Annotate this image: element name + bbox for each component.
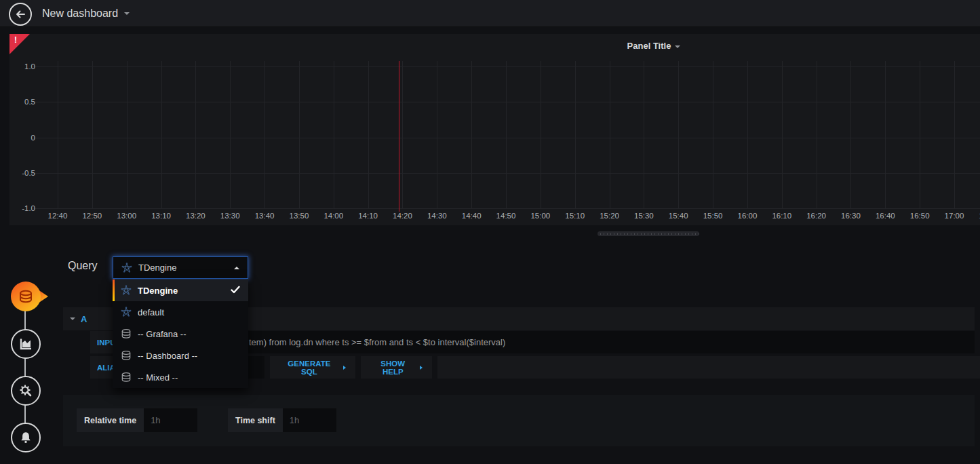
gridline [334,61,334,208]
gridline [541,61,541,208]
x-axis-tick: 15:40 [663,212,693,220]
tdengine-icon [121,285,132,296]
gridline [92,61,93,208]
relative-time-input[interactable] [144,408,197,432]
gridline [644,61,644,208]
menu-item-dashboard[interactable]: -- Dashboard -- [113,345,248,366]
menu-item-label: -- Dashboard -- [138,351,197,361]
x-axis-tick: 14:20 [387,212,417,220]
form-filler [437,356,980,379]
x-axis-tick: 17:10 [974,212,980,220]
gridline [299,61,300,208]
tab-queries[interactable] [11,282,58,314]
gear-wrench-icon [18,383,34,399]
menu-item-label: -- Grafana -- [138,329,187,339]
chevron-down-icon [70,317,75,320]
chevron-up-icon [234,267,239,269]
gridline [195,61,196,208]
x-axis-tick: 12:40 [43,212,73,220]
menu-item-mixed[interactable]: -- Mixed -- [113,366,248,388]
gridline [954,61,955,208]
tab-general[interactable] [11,376,41,406]
y-axis-tick: 1.0 [11,62,35,71]
relative-time-group: Relative time [77,408,197,432]
tabs-connector-line [24,296,26,438]
y-axis-tick: -1.0 [11,204,35,212]
x-axis-tick: 16:00 [732,212,762,220]
x-axis-tick: 13:00 [112,212,142,220]
annotation-line [399,61,399,212]
generate-sql-label: GENERATE SQL [279,360,338,376]
grafana-edit-screen: New dashboard ! Panel Title 1.00.50-0.5-… [0,0,980,464]
x-axis-tick: 13:10 [146,212,176,220]
triangle-right-icon [420,366,423,370]
tab-visualization[interactable] [11,329,41,359]
gridline [885,61,886,208]
dashboard-title[interactable]: New dashboard [42,7,130,20]
bell-icon [18,430,33,445]
x-axis-tick: 13:20 [180,212,210,220]
datasource-select[interactable]: TDengine [113,256,248,279]
x-axis-tick: 15:10 [560,212,590,220]
gridline [850,61,851,208]
y-axis-tick: 0.5 [11,98,35,106]
gridline [437,61,437,208]
time-options-card: Relative time Time shift [63,395,975,446]
panel-resize-handle[interactable] [597,231,699,236]
x-axis-tick: 16:10 [767,212,797,220]
menu-item-label: default [138,307,164,317]
query-ref-id: A [81,314,87,324]
menu-item-tdengine[interactable]: TDengine [113,279,248,301]
top-navbar: New dashboard [0,0,980,27]
x-axis-tick: 14:00 [319,212,349,220]
database-icon [121,372,132,383]
gridline [575,61,576,208]
gridline [678,61,679,208]
x-axis-tick: 16:50 [905,212,935,220]
datasource-dropdown-menu: TDenginedefault-- Grafana ---- Dashboard… [113,279,248,388]
gridline [127,61,128,208]
gridline [471,61,472,208]
x-axis-tick: 14:10 [353,212,383,220]
menu-item-grafana[interactable]: -- Grafana -- [113,323,248,345]
panel-title-text: Panel Title [627,41,671,51]
tab-alert[interactable] [11,423,41,452]
dashboard-panel: ! Panel Title 1.00.50-0.5-1.012:4012:501… [9,34,980,225]
tdengine-icon [121,263,132,273]
gridline [230,61,231,208]
gridline [402,61,403,208]
generate-sql-button[interactable]: GENERATE SQL [270,356,355,379]
time-shift-input[interactable] [283,408,336,432]
gridline [58,61,58,208]
chevron-down-icon [124,12,130,15]
gridline [747,61,748,208]
gridline [33,208,980,209]
arrow-left-icon [14,8,26,20]
gridline [817,61,817,208]
input-sql-field[interactable]: tem) from log.dn where ts >= $from and t… [147,331,975,353]
time-shift-group: Time shift [228,408,336,432]
x-axis-tick: 14:30 [422,212,452,220]
chevron-down-icon [675,45,680,48]
menu-item-label: -- Mixed -- [138,372,178,383]
query-section-label: Query [68,260,98,272]
tdengine-icon [121,307,132,317]
x-axis-tick: 14:40 [456,212,486,220]
gridline [264,61,265,208]
datasource-select-value: TDengine [138,263,234,273]
relative-time-label: Relative time [77,408,144,432]
x-axis-tick: 14:50 [491,212,521,220]
dashboard-title-text: New dashboard [42,7,118,20]
chart-icon [18,336,33,351]
menu-item-label: TDengine [138,286,178,296]
gridline [161,61,162,208]
menu-item-default[interactable]: default [113,301,248,323]
y-axis-tick: 0 [11,134,35,142]
gridline [368,61,369,208]
x-axis-tick: 13:30 [215,212,245,220]
panel-title[interactable]: Panel Title [9,41,980,51]
show-help-button[interactable]: SHOW HELP [361,356,433,379]
x-axis-tick: 15:00 [526,212,555,220]
back-button[interactable] [9,3,32,26]
gridline [610,61,610,208]
